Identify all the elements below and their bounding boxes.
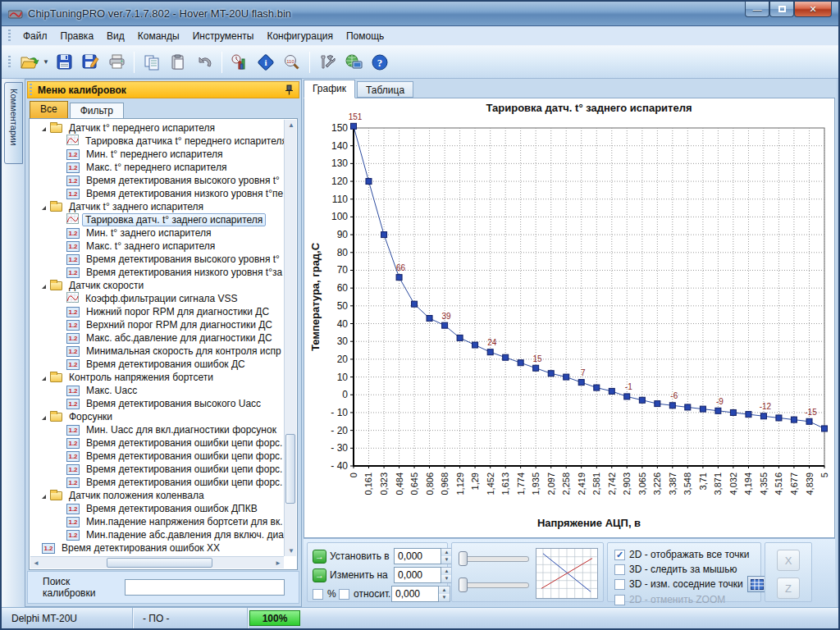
set-value-button[interactable]: → — [313, 550, 326, 564]
tab-graph[interactable]: График — [304, 80, 355, 98]
save-button[interactable] — [51, 50, 77, 75]
tree-item[interactable]: 1.2Время детектирования ошибок ДПКВ — [30, 502, 284, 515]
slider-2-thumb[interactable] — [459, 578, 468, 592]
z-axis-button[interactable]: Z — [777, 578, 800, 599]
edit-neighbors-checkbox[interactable] — [614, 579, 625, 590]
expander-icon[interactable] — [42, 372, 46, 381]
menu-configuration[interactable]: Конфигурация — [260, 28, 340, 44]
print-button[interactable] — [103, 50, 130, 75]
tree-item[interactable]: Датчик скорости — [30, 279, 284, 292]
tree-item[interactable]: 1.2Мин. t° заднего испарителя — [30, 226, 284, 240]
expander-icon[interactable] — [42, 412, 46, 420]
chart-area[interactable]: - 40- 30- 20- 10010203040506070809010011… — [304, 98, 835, 538]
tree-item[interactable]: 1.2Время детектирования низкого уровня t… — [30, 266, 284, 279]
tree-item[interactable]: 1.2Время детектирования ошибки цепи форс… — [30, 476, 284, 489]
tree-item[interactable]: 1.2Время детектирования низкого уровня t… — [30, 187, 284, 200]
tab-filter[interactable]: Фильтр — [70, 103, 124, 118]
tree-item[interactable]: 1.2Мин.падение напряжения бортсети для в… — [30, 515, 284, 528]
tree-item[interactable]: 1.2Мин. t° переднего испарителя — [30, 148, 284, 161]
tree-item[interactable]: Датчик t° переднего испарителя — [30, 121, 284, 135]
slider-1[interactable] — [459, 551, 529, 566]
tree-item[interactable]: 1.2Мин.падение абс.давления для включ. д… — [30, 528, 284, 541]
maximize-button[interactable] — [769, 2, 794, 17]
tree-item[interactable]: Контроль напряжения бортсети — [30, 371, 284, 384]
network-button[interactable] — [340, 50, 367, 75]
tree-item[interactable]: 1.2Время детектирования ошибки цепи форс… — [30, 463, 284, 476]
tree-vertical-scrollbar[interactable]: ▲ ▼ — [284, 120, 296, 556]
menu-edit[interactable]: Правка — [54, 28, 101, 44]
tree-item[interactable]: 1.2Макс. абс.давление для диагностики ДС — [30, 331, 284, 345]
relative-value-spinner[interactable]: ▲▼ — [439, 586, 450, 602]
change-value-button[interactable]: → — [313, 568, 326, 582]
set-value-input[interactable] — [394, 548, 441, 564]
tree-item[interactable]: 1.2Верхний порог RPM для диагностики ДС — [30, 318, 284, 331]
tree-item[interactable]: 1.2Нижний порог RPM для диагностики ДС — [30, 305, 284, 318]
undo-button[interactable] — [191, 50, 217, 75]
scroll-down-icon[interactable]: ▼ — [288, 547, 294, 555]
tree-item[interactable]: 1.2Время детектирования ошибки цепи форс… — [30, 436, 284, 450]
expander-icon[interactable] — [42, 491, 46, 499]
tree-item[interactable]: 1.2Время детектирования высокого Uacc — [30, 397, 284, 410]
tools-button[interactable] — [314, 50, 340, 75]
scroll-right-icon[interactable]: ► — [275, 559, 281, 567]
mini-graph-preview[interactable] — [536, 548, 598, 599]
menu-commands[interactable]: Команды — [131, 28, 186, 44]
pin-icon[interactable] — [285, 84, 294, 95]
tree-item[interactable]: 1.2Время детектирования ошибок ДС — [30, 358, 284, 371]
percent-checkbox[interactable] — [313, 589, 323, 600]
relative-checkbox[interactable] — [339, 589, 349, 600]
tree-item[interactable]: Тарировка датчика t° переднего испарител… — [30, 135, 284, 148]
copy-button[interactable] — [139, 50, 165, 75]
tree-horizontal-scrollbar[interactable]: ◄ ► — [30, 556, 284, 568]
scroll-left-icon[interactable]: ◄ — [33, 559, 39, 567]
expander-icon[interactable] — [42, 202, 46, 210]
relative-value-input[interactable] — [391, 586, 439, 602]
menu-instruments[interactable]: Инструменты — [186, 28, 261, 44]
tree-item[interactable]: Датчик t° заднего испарителя — [30, 200, 284, 213]
close-button[interactable]: ✕ — [794, 2, 832, 17]
tree-item[interactable]: 1.2Минимальная скорость для контроля исп… — [30, 345, 284, 358]
menu-help[interactable]: Помощь — [340, 28, 390, 44]
tree-item[interactable]: 1.2Время детектирования высокого уровня … — [30, 253, 284, 266]
panel-header-grip[interactable] — [30, 84, 32, 97]
tree-item[interactable]: Датчик положения коленвала — [30, 489, 284, 502]
open-dropdown-arrow-icon[interactable]: ▼ — [43, 58, 51, 66]
tree-item[interactable]: 1.2Время детектирования ошибок XX — [30, 541, 284, 555]
panel-header[interactable]: Меню калибровок — [27, 81, 299, 98]
chart-statistics-button[interactable] — [226, 50, 253, 75]
tree-item[interactable]: 1.2Время детектирования высокого уровня … — [30, 174, 284, 187]
change-value-input[interactable] — [394, 567, 441, 583]
tree-item[interactable]: 1.2Макс. t° заднего испарителя — [30, 240, 284, 253]
tree-item[interactable]: Коэфф.фильтрации сигнала VSS — [30, 292, 284, 305]
help-button[interactable]: ? — [367, 50, 393, 75]
open-file-button[interactable] — [16, 50, 43, 75]
expander-icon[interactable] — [42, 281, 46, 289]
menu-file[interactable]: Файл — [16, 28, 54, 44]
tree-item[interactable]: Форсунки — [30, 410, 284, 423]
tree-item[interactable]: 1.2Мин. Uacc для вкл.диагностики форсуно… — [30, 423, 284, 436]
slider-1-thumb[interactable] — [459, 551, 468, 566]
zoom-preview-button[interactable]: 110 — [279, 50, 305, 75]
tree-hscroll-thumb[interactable] — [107, 558, 213, 568]
slider-2[interactable] — [459, 578, 529, 592]
info-button[interactable]: i — [253, 50, 279, 75]
tree-item[interactable]: Тарировка датч. t° заднего испарителя — [30, 213, 284, 226]
expander-icon[interactable] — [42, 123, 46, 131]
scroll-up-icon[interactable]: ▲ — [288, 121, 294, 129]
search-input[interactable] — [125, 579, 285, 596]
minimize-button[interactable]: — — [745, 2, 769, 17]
tree-item[interactable]: 1.2Макс. t° переднего испарителя — [30, 161, 284, 174]
tree-vscroll-thumb[interactable] — [285, 434, 295, 504]
comments-side-tab[interactable]: Комментарии — [4, 82, 23, 164]
x-axis-button[interactable]: X — [777, 550, 800, 571]
show-all-points-checkbox[interactable]: ✓ — [614, 550, 625, 560]
tree-item[interactable]: 1.2Макс. Uacc — [30, 384, 284, 397]
follow-mouse-checkbox[interactable] — [614, 564, 625, 575]
toolbar-grip[interactable] — [8, 56, 11, 69]
tree-item[interactable]: 1.2Время детектирования ошибки цепи форс… — [30, 450, 284, 463]
tab-table[interactable]: Таблица — [357, 81, 413, 98]
tab-all[interactable]: Все — [30, 101, 68, 118]
menu-view[interactable]: Вид — [100, 28, 131, 44]
title-bar[interactable]: ChipTuningPRO ver.7.1.7.802 - Hover MT-2… — [2, 2, 838, 26]
save-as-button[interactable] — [77, 50, 103, 75]
